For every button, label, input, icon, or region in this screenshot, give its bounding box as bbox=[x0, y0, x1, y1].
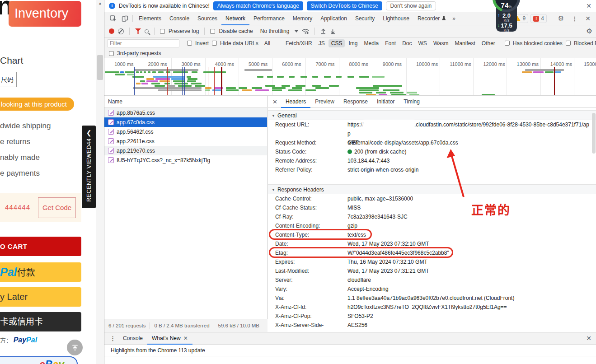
clear-icon[interactable] bbox=[118, 28, 124, 34]
filter-type-img[interactable]: Img bbox=[346, 39, 360, 47]
pay-later-button[interactable]: y Later bbox=[0, 287, 81, 307]
filter-type-all[interactable]: All bbox=[262, 39, 273, 47]
filter-type-other[interactable]: Other bbox=[479, 39, 498, 47]
tab-close-icon[interactable]: ✕ bbox=[183, 332, 188, 345]
divider bbox=[132, 15, 133, 22]
network-overview-timeline[interactable]: 1000 ms2000 ms3000 ms4000 ms5000 ms6000 … bbox=[104, 58, 596, 96]
size-option-box[interactable]: 尺码 bbox=[0, 72, 17, 87]
record-icon[interactable] bbox=[109, 28, 114, 34]
filter-type-doc[interactable]: Doc bbox=[399, 39, 414, 47]
request-row[interactable]: app.219e70.css bbox=[104, 146, 267, 155]
switch-chinese-button[interactable]: Switch DevTools to Chinese bbox=[307, 1, 382, 10]
recently-viewed-tab[interactable]: ❮ RECENTLY VIEWED44 bbox=[82, 126, 96, 208]
drawer-tab-whats-new[interactable]: What's New ✕ bbox=[147, 332, 192, 345]
back-to-top-button[interactable] bbox=[67, 340, 83, 355]
tab-application[interactable]: Application bbox=[316, 12, 351, 25]
filter-type-fetchxhr[interactable]: Fetch/XHR bbox=[283, 39, 315, 47]
filter-type-css[interactable]: CSS bbox=[329, 39, 345, 47]
general-section-header[interactable]: ▼General bbox=[268, 110, 596, 120]
response-headers-section-header[interactable]: ▼Response Headers bbox=[268, 184, 596, 194]
device-toolbar-icon[interactable] bbox=[119, 13, 131, 24]
invert-checkbox[interactable] bbox=[187, 41, 192, 46]
more-tabs-icon[interactable]: » bbox=[450, 15, 457, 22]
page-scrollbar[interactable]: ▲ bbox=[96, 0, 104, 364]
details-scrollbar-thumb[interactable] bbox=[592, 113, 596, 154]
waterfall-bar bbox=[135, 69, 198, 71]
request-row[interactable]: IU5-hYTqJYC.css?_nc_x=87k5NxkjTlg bbox=[104, 155, 267, 165]
search-icon[interactable] bbox=[145, 29, 149, 33]
arrow-down-icon: ↓ bbox=[497, 23, 500, 28]
tab-sources[interactable]: Sources bbox=[193, 12, 221, 25]
waterfall-bar bbox=[160, 80, 169, 82]
tab-elements[interactable]: Elements bbox=[135, 12, 165, 25]
scrollbar-up-arrow[interactable]: ▲ bbox=[96, 0, 104, 7]
drawer-tab-console[interactable]: Console bbox=[118, 332, 147, 345]
filter-type-font[interactable]: Font bbox=[382, 39, 399, 47]
notice-close-icon[interactable]: ✕ bbox=[586, 2, 591, 9]
import-har-icon[interactable] bbox=[320, 28, 326, 34]
tab-console[interactable]: Console bbox=[165, 12, 193, 25]
details-close-icon[interactable]: ✕ bbox=[272, 98, 281, 105]
get-code-button[interactable]: Get Code bbox=[38, 197, 76, 218]
network-settings-gear-icon[interactable]: ⚙ bbox=[584, 27, 596, 35]
response-header-row: Cache-Control:public, max-age=31536000 bbox=[268, 194, 596, 203]
filter-type-ws[interactable]: WS bbox=[416, 39, 430, 47]
tab-memory[interactable]: Memory bbox=[289, 12, 316, 25]
add-to-cart-button[interactable]: O CART bbox=[0, 237, 81, 256]
network-conditions-icon[interactable] bbox=[302, 28, 309, 34]
waterfall-bar bbox=[312, 76, 318, 78]
css-file-icon bbox=[108, 119, 114, 125]
drawer-menu-icon[interactable]: ⋮ bbox=[107, 335, 118, 342]
waterfall-bar bbox=[153, 76, 185, 78]
throttling-select[interactable]: No throttling bbox=[260, 28, 290, 34]
issues-badge[interactable]: ! 4 bbox=[530, 14, 547, 23]
network-speed-overlay: 74% ↑ 2.0 K/s ↓ 17.5 K/s bbox=[496, 0, 517, 32]
request-row[interactable]: app.56462f.css bbox=[104, 127, 267, 136]
filter-type-wasm[interactable]: Wasm bbox=[431, 39, 451, 47]
details-tab-preview[interactable]: Preview bbox=[310, 96, 339, 108]
details-tab-initiator[interactable]: Initiator bbox=[372, 96, 399, 108]
filter-type-manifest[interactable]: Manifest bbox=[452, 39, 478, 47]
hide-data-urls-checkbox[interactable] bbox=[212, 41, 217, 46]
debit-credit-card-button[interactable]: 卡或信用卡 bbox=[0, 312, 81, 331]
has-blocked-cookies-checkbox[interactable] bbox=[505, 41, 510, 46]
request-row[interactable]: app.22611e.css bbox=[104, 136, 267, 146]
blocked-requests-checkbox[interactable] bbox=[566, 41, 571, 46]
timeline-tick-label: 10000 ms bbox=[416, 61, 438, 67]
third-party-checkbox[interactable] bbox=[109, 51, 114, 56]
details-tab-response[interactable]: Response bbox=[339, 96, 372, 108]
name-column-header[interactable]: Name bbox=[104, 96, 267, 108]
scrollbar-thumb[interactable] bbox=[97, 55, 103, 80]
inventory-button[interactable]: Inventory bbox=[9, 1, 81, 27]
details-tab-headers[interactable]: Headers bbox=[281, 96, 310, 108]
filter-type-js[interactable]: JS bbox=[316, 39, 328, 47]
preserve-log-checkbox[interactable] bbox=[160, 29, 165, 34]
filter-funnel-icon[interactable] bbox=[135, 28, 141, 34]
match-language-button[interactable]: Always match Chrome's language bbox=[213, 1, 303, 10]
request-row[interactable]: app.67c0da.css bbox=[104, 117, 267, 127]
whats-new-highlight-link[interactable]: Highlights from the Chrome 113 update bbox=[104, 345, 596, 356]
filter-input[interactable] bbox=[107, 39, 179, 47]
tab-lighthouse[interactable]: Lighthouse bbox=[379, 12, 413, 25]
tab-network[interactable]: Network bbox=[221, 12, 249, 25]
screen: { "page": { "partial_letter": "n", "inve… bbox=[0, 0, 596, 364]
filter-type-media[interactable]: Media bbox=[361, 39, 381, 47]
inspect-element-icon[interactable] bbox=[107, 13, 119, 24]
export-har-icon[interactable] bbox=[330, 28, 336, 34]
tab-security[interactable]: Security bbox=[351, 12, 379, 25]
waterfall-bar bbox=[226, 89, 239, 91]
waterfall-bar bbox=[158, 71, 164, 73]
request-row[interactable]: app.8b76a5.css bbox=[104, 108, 267, 117]
kebab-menu-icon[interactable]: ⋮ bbox=[569, 15, 580, 22]
tab-recorder[interactable]: Recorder bbox=[413, 12, 450, 25]
devtools-close-icon[interactable]: ✕ bbox=[582, 15, 593, 22]
dont-show-again-button[interactable]: Don't show again bbox=[386, 1, 436, 10]
ebay-pay-button[interactable]: eBay bbox=[0, 356, 78, 364]
drawer-close-icon[interactable]: ✕ bbox=[586, 335, 596, 342]
paypal-pay-button[interactable]: Pal付款 bbox=[0, 262, 81, 282]
waterfall-bar bbox=[265, 85, 275, 87]
details-tab-timing[interactable]: Timing bbox=[399, 96, 424, 108]
disable-cache-checkbox[interactable] bbox=[210, 29, 215, 34]
settings-gear-icon[interactable]: ⚙ bbox=[555, 14, 567, 23]
tab-performance[interactable]: Performance bbox=[249, 12, 289, 25]
